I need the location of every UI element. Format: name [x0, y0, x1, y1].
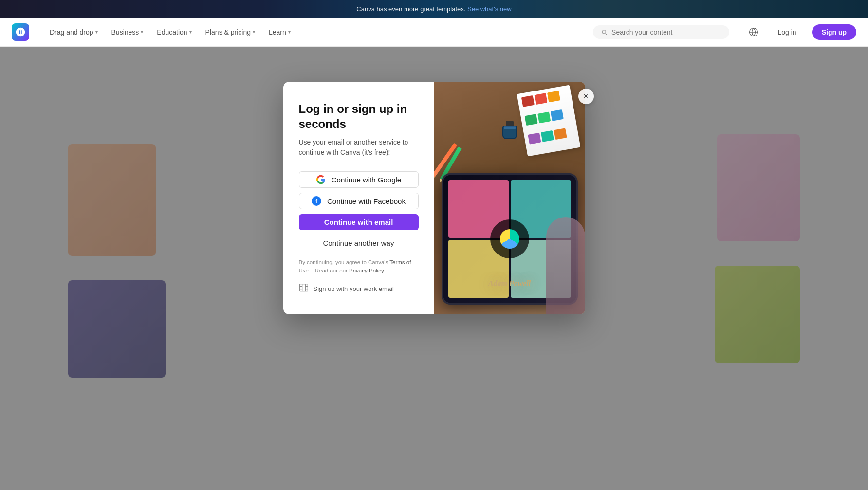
modal-subtitle: Use your email or another service to con… — [299, 137, 419, 158]
chevron-down-icon: ▾ — [141, 29, 143, 35]
facebook-auth-button[interactable]: f Continue with Facebook — [299, 193, 419, 209]
svg-rect-2 — [299, 284, 308, 291]
search-bar[interactable] — [593, 25, 729, 39]
nav-item-drag-drop[interactable]: Drag and drop ▾ — [44, 25, 104, 39]
person-arm — [546, 217, 585, 314]
nav-item-business[interactable]: Business ▾ — [106, 25, 149, 39]
main-nav: Drag and drop ▾ Business ▾ Education ▾ P… — [44, 25, 296, 39]
modal-right-panel: Adam Powell — [434, 82, 585, 314]
login-button[interactable]: Log in — [768, 24, 806, 40]
google-auth-button[interactable]: Continue with Google — [299, 171, 419, 188]
work-email-link[interactable]: Sign up with your work email — [299, 283, 419, 295]
google-icon — [316, 175, 326, 184]
nav-item-learn[interactable]: Learn ▾ — [263, 25, 296, 39]
signup-button[interactable]: Sign up — [812, 24, 856, 40]
banner-link[interactable]: See what's new — [467, 5, 512, 13]
chevron-down-icon: ▾ — [288, 29, 291, 35]
chevron-down-icon: ▾ — [189, 29, 192, 35]
email-auth-button[interactable]: Continue with email — [299, 214, 419, 230]
color-swatches — [517, 85, 580, 156]
canva-icon — [15, 27, 26, 37]
top-banner: Canva has even more great templates. See… — [0, 0, 868, 18]
chevron-down-icon: ▾ — [253, 29, 255, 35]
header-actions: Log in Sign up — [745, 23, 856, 41]
chevron-down-icon: ▾ — [95, 29, 98, 35]
modal-illustration: Adam Powell — [434, 82, 585, 314]
canva-logo[interactable] — [12, 23, 29, 41]
privacy-link[interactable]: Privacy Policy — [349, 268, 384, 273]
facebook-icon: f — [312, 196, 321, 206]
header: Drag and drop ▾ Business ▾ Education ▾ P… — [0, 18, 868, 47]
nav-item-plans[interactable]: Plans & pricing ▾ — [200, 25, 261, 39]
banner-text: Canva has even more great templates. See… — [356, 5, 511, 13]
another-way-button[interactable]: Continue another way — [299, 235, 419, 251]
close-button[interactable]: × — [578, 89, 594, 104]
search-icon — [601, 28, 608, 36]
login-modal: Log in or sign up in seconds Use your em… — [283, 82, 585, 314]
language-button[interactable] — [745, 23, 762, 41]
modal-title: Log in or sign up in seconds — [299, 101, 419, 131]
globe-icon — [749, 27, 758, 37]
ink-bottle — [502, 121, 517, 140]
nav-item-education[interactable]: Education ▾ — [151, 25, 197, 39]
canva-logo-icon — [12, 23, 29, 41]
modal-left-panel: Log in or sign up in seconds Use your em… — [283, 82, 434, 314]
legal-text: By continuing, you agree to Canva's Term… — [299, 258, 419, 275]
search-input[interactable] — [611, 28, 721, 36]
building-icon — [299, 283, 309, 295]
